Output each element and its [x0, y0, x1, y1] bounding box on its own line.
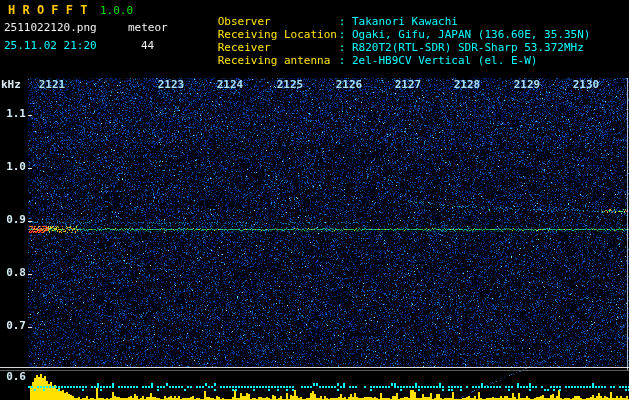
y-tick-label-1-0: 1.0 — [2, 161, 26, 173]
y-tick-label-0-8: 0.8 — [2, 267, 26, 279]
x-tick-label-2129: 2129 — [514, 79, 541, 91]
mode-label: meteor — [128, 22, 168, 34]
timestamp: 25.11.02 21:20 — [4, 40, 97, 52]
echo-count: 44 — [141, 40, 154, 52]
x-tick-label-2121: 2121 — [39, 79, 66, 91]
y-tick-label-0-7: 0.7 — [2, 320, 26, 332]
output-filename: 2511022120.png — [4, 22, 97, 34]
x-tick-label-2130: 2130 — [573, 79, 600, 91]
x-tick-label-2123: 2123 — [158, 79, 185, 91]
info-value-antenna: : 2el-HB9CV Vertical (el. E-W) — [339, 54, 538, 67]
y-tick-label-0-6: 0.6 — [2, 371, 26, 383]
y-tick-label-0-9: 0.9 — [2, 214, 26, 226]
x-tick-label-2127: 2127 — [395, 79, 422, 91]
info-label-antenna: Receiving antenna — [218, 55, 339, 67]
x-tick-label-2124: 2124 — [217, 79, 244, 91]
app-version: 1.0.0 — [100, 5, 133, 17]
app-title: H R O F F T — [8, 4, 87, 16]
x-tick-label-2128: 2128 — [454, 79, 481, 91]
hrofft-app: H R O F F T 1.0.0 2511022120.png meteor … — [0, 0, 629, 400]
x-tick-label-2126: 2126 — [336, 79, 363, 91]
info-row-antenna: Receiving antenna: 2el-HB9CV Vertical (e… — [178, 43, 537, 79]
y-axis-unit: kHz — [1, 79, 21, 91]
y-tick-label-1-1: 1.1 — [2, 108, 26, 120]
x-tick-label-2125: 2125 — [277, 79, 304, 91]
